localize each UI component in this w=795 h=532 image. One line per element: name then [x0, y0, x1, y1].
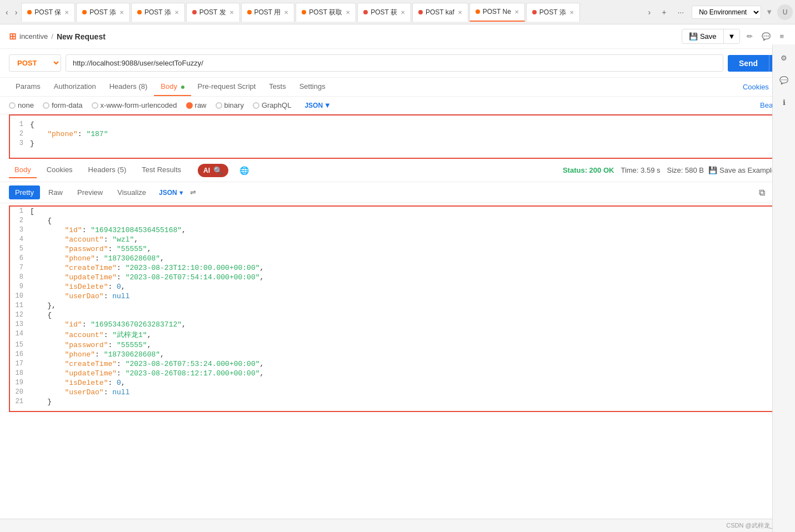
resp-linenum-20: 20: [10, 388, 30, 396]
tab-bar: ‹ › POST 保 ✕ POST 添 ✕ POST 添 ✕ POST 发 ✕ …: [0, 0, 795, 24]
tab-close-9[interactable]: ✕: [569, 9, 574, 16]
resp-format-bar: Pretty Raw Preview Visualize JSON ▼ ⇌ ⧉ …: [0, 182, 795, 203]
radio-graphql-label: GraphQL: [262, 101, 291, 109]
resp-linenum-4: 4: [10, 235, 30, 243]
resp-content-20: "userDao": null: [30, 388, 785, 397]
tab-close-3[interactable]: ✕: [229, 9, 234, 16]
comment-icon[interactable]: 💬: [759, 30, 773, 43]
resp-tab-testresults[interactable]: Test Results: [136, 162, 187, 178]
resp-linenum-19: 19: [10, 379, 30, 387]
fmt-tab-pretty[interactable]: Pretty: [9, 185, 40, 199]
tab-close-2[interactable]: ✕: [174, 9, 179, 16]
tab-item-4[interactable]: POST 用 ✕: [241, 3, 295, 22]
req-tab-auth[interactable]: Authorization: [47, 78, 103, 96]
resp-format-dropdown-icon[interactable]: ▼: [178, 189, 184, 196]
save-example-label: Save as Example: [719, 166, 776, 174]
resp-tab-headers-label: Headers (5): [88, 165, 127, 174]
env-select[interactable]: No Environment: [692, 6, 761, 19]
method-select[interactable]: POST GET PUT DELETE: [9, 55, 61, 71]
radio-none-circle: [9, 102, 16, 109]
req-line-3: 3 }: [10, 139, 785, 148]
resp-content-14: "account": "武梓龙1",: [30, 330, 785, 340]
breadcrumb-bar: ⊞ incentive / New Request 💾 Save ▼ ✏ 💬 ≡: [0, 24, 795, 49]
radio-raw[interactable]: raw: [186, 101, 207, 109]
save-label: Save: [700, 32, 717, 41]
tab-label-6: POST 获: [371, 8, 397, 17]
format-dropdown-icon[interactable]: ▼: [324, 101, 331, 109]
resp-tab-headers[interactable]: Headers (5): [83, 162, 132, 178]
tab-item-8[interactable]: POST Ne ✕: [469, 3, 525, 22]
resp-content-7: "createTime": "2023-08-23T12:10:00.000+0…: [30, 264, 785, 272]
fmt-tab-visualize[interactable]: Visualize: [111, 185, 152, 199]
resp-line-8: 8 "updateTime": "2023-08-26T07:54:14.000…: [10, 273, 785, 282]
req-tab-settings-label: Settings: [299, 82, 326, 91]
breadcrumb-separator: /: [51, 32, 53, 41]
tab-item-0[interactable]: POST 保 ✕: [21, 3, 75, 22]
tab-close-0[interactable]: ✕: [64, 9, 69, 16]
tab-item-5[interactable]: POST 获取 ✕: [296, 3, 356, 22]
resp-line-15: 15 "password": "55555",: [10, 340, 785, 350]
tab-close-4[interactable]: ✕: [284, 9, 288, 16]
tab-item-6[interactable]: POST 获 ✕: [357, 3, 411, 22]
save-example-btn[interactable]: 💾 Save as Example: [708, 166, 776, 174]
cookies-link[interactable]: Cookies: [743, 83, 769, 91]
tab-item-7[interactable]: POST kaf ✕: [412, 3, 468, 22]
ai-btn-inner[interactable]: AI 🔍: [198, 164, 228, 177]
copy-response-btn[interactable]: ⧉: [757, 186, 767, 199]
sidebar-icon-settings[interactable]: ⚙: [775, 49, 793, 67]
sidebar-icon-info[interactable]: ℹ: [775, 93, 793, 111]
url-input[interactable]: [66, 54, 723, 72]
fmt-tab-preview[interactable]: Preview: [71, 185, 109, 199]
req-tab-params-label: Params: [16, 82, 41, 91]
tab-prev-btn[interactable]: ‹: [2, 6, 12, 19]
settings-sidebar-icon[interactable]: ≡: [777, 30, 786, 43]
req-tab-params[interactable]: Params: [9, 78, 47, 96]
resp-tab-cookies[interactable]: Cookies: [41, 162, 78, 178]
req-tab-prerequest[interactable]: Pre-request Script: [191, 78, 263, 96]
tab-more-nav-btn[interactable]: ›: [645, 6, 654, 19]
radio-urlencoded[interactable]: x-www-form-urlencoded: [92, 101, 177, 109]
radio-graphql[interactable]: GraphQL: [253, 101, 291, 109]
request-body-editor[interactable]: 1 { 2 "phone": "187" 3 }: [9, 114, 786, 159]
radio-formdata[interactable]: form-data: [43, 101, 83, 109]
resp-line-3: 3 "id": "1694321084536455168",: [10, 225, 785, 235]
send-button[interactable]: Send: [728, 55, 769, 72]
user-avatar-btn[interactable]: U: [777, 4, 793, 20]
tab-close-7[interactable]: ✕: [458, 9, 462, 16]
req-tab-tests[interactable]: Tests: [262, 78, 292, 96]
req-linenum-1: 1: [10, 121, 30, 128]
save-dropdown-btn[interactable]: ▼: [724, 29, 740, 43]
sidebar-icon-comments[interactable]: 💬: [775, 71, 793, 89]
tab-close-8[interactable]: ✕: [514, 9, 519, 15]
tab-close-1[interactable]: ✕: [119, 9, 124, 16]
resp-content-12: {: [30, 311, 52, 319]
req-tab-prerequest-label: Pre-request Script: [198, 82, 256, 91]
radio-graphql-circle: [253, 102, 259, 109]
radio-binary[interactable]: binary: [216, 101, 244, 109]
req-tab-auth-label: Authorization: [54, 82, 96, 91]
req-tab-settings[interactable]: Settings: [293, 78, 332, 96]
wrap-lines-icon[interactable]: ⇌: [187, 186, 199, 199]
response-body[interactable]: 1 [ 2 { 3 "id": "1694321084536455168", 4…: [0, 203, 795, 436]
tab-item-3[interactable]: POST 发 ✕: [186, 3, 240, 22]
body-options-bar: none form-data x-www-form-urlencoded raw…: [0, 97, 795, 114]
ai-search-button[interactable]: AI 🔍: [198, 164, 228, 177]
tab-item-2[interactable]: POST 添 ✕: [131, 3, 185, 22]
tab-close-5[interactable]: ✕: [346, 9, 350, 16]
breadcrumb-collection[interactable]: incentive: [19, 32, 48, 41]
resp-tab-body[interactable]: Body: [9, 162, 37, 178]
tab-overflow-btn[interactable]: ···: [674, 6, 687, 19]
save-button[interactable]: 💾 Save: [682, 29, 724, 43]
fmt-tab-raw[interactable]: Raw: [42, 185, 69, 199]
tab-item-9[interactable]: POST 添 ✕: [526, 3, 580, 22]
req-tab-headers[interactable]: Headers (8): [103, 78, 154, 96]
add-tab-btn[interactable]: +: [658, 6, 669, 19]
edit-icon[interactable]: ✏: [744, 30, 755, 43]
tab-close-6[interactable]: ✕: [401, 9, 405, 16]
radio-none[interactable]: none: [9, 101, 34, 109]
tab-item-1[interactable]: POST 添 ✕: [76, 3, 130, 22]
req-line-1: 1 {: [10, 120, 785, 129]
tab-next-btn[interactable]: ›: [12, 6, 21, 19]
req-tab-body[interactable]: Body: [154, 78, 191, 96]
globe-icon[interactable]: 🌐: [239, 166, 249, 175]
